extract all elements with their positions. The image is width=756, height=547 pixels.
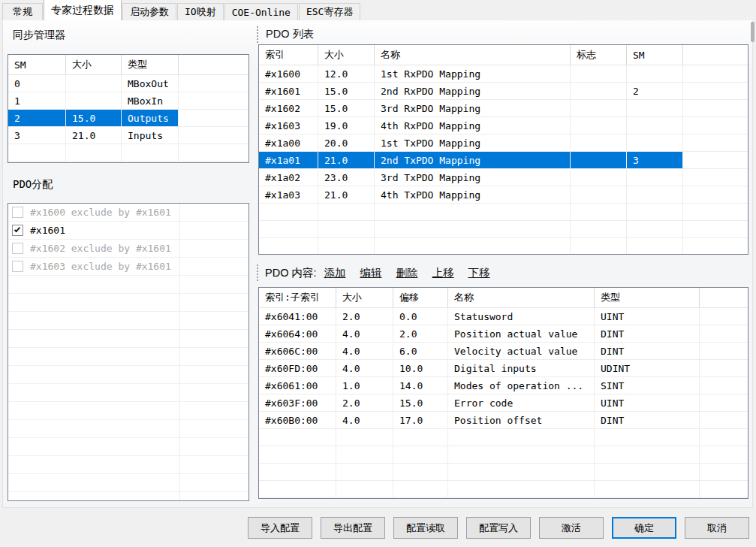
empty-row	[8, 330, 248, 348]
cell	[66, 75, 122, 92]
delete-link[interactable]: 删除	[396, 266, 417, 280]
column-header[interactable]: 类型	[595, 288, 700, 308]
column-header[interactable]: 索引	[259, 45, 318, 65]
cell	[259, 481, 336, 498]
table-row[interactable]: #x1a0121.02nd TxPDO Mapping3	[259, 152, 748, 169]
cell	[393, 464, 448, 481]
column-header[interactable]: 类型	[122, 55, 179, 75]
table-row[interactable]: #x603F:002.015.0Error codeUINT	[259, 394, 748, 412]
column-header[interactable]: 名称	[375, 45, 571, 65]
table-row[interactable]: #x6061:001.014.0Modes of operation ...SI…	[259, 377, 748, 394]
column-header[interactable]	[683, 45, 748, 65]
cell	[336, 498, 393, 499]
cell	[259, 464, 336, 481]
table-row[interactable]: #x160012.01st RxPDO Mapping	[259, 65, 748, 83]
column-header[interactable]	[700, 288, 748, 308]
cell	[393, 429, 448, 446]
table-row[interactable]: #x6064:004.02.0Position actual valueDINT	[259, 325, 748, 343]
pdo-content-title: PDO 内容:	[265, 266, 316, 280]
tab-general[interactable]: 常规	[2, 3, 43, 20]
splitter-handle-icon[interactable]	[257, 264, 259, 281]
table-header-row: 索引大小名称标志SM	[259, 45, 748, 65]
column-header[interactable]: 大小	[318, 45, 375, 65]
column-header[interactable]	[179, 55, 248, 75]
column-header[interactable]: 大小	[66, 55, 122, 75]
table-row[interactable]: 0MBoxOut	[8, 75, 248, 92]
column-header[interactable]: 偏移	[393, 288, 448, 308]
cell	[259, 446, 336, 464]
activate-button[interactable]: 激活	[539, 517, 604, 539]
tab-coe-online[interactable]: COE-Online	[224, 3, 298, 20]
cell	[393, 446, 448, 464]
column-header[interactable]: 标志	[571, 45, 627, 65]
empty-row	[8, 402, 248, 420]
cell: #x1602	[259, 100, 318, 117]
cell	[595, 498, 700, 499]
move-down-link[interactable]: 下移	[468, 266, 489, 280]
column-header[interactable]: 大小	[336, 288, 393, 308]
cell	[700, 464, 748, 481]
pdo-assign-item[interactable]: #x1603 exclude by #x1601	[8, 258, 248, 276]
table-row[interactable]: 215.0Outputs	[8, 110, 248, 127]
pdo-assign-item[interactable]: #x1601	[8, 222, 248, 240]
cell: #x1603	[259, 117, 318, 134]
check-icon	[14, 226, 20, 233]
cell: #x1601	[259, 83, 318, 100]
cell	[627, 134, 683, 152]
column-header[interactable]: SM	[8, 55, 66, 75]
import-config-button[interactable]: 导入配置	[248, 517, 312, 539]
sync-manager-title: 同步管理器	[13, 29, 65, 42]
ok-button[interactable]: 确定	[612, 517, 676, 539]
table-row[interactable]: #x60B0:004.017.0Position offsetDINT	[259, 412, 748, 429]
cell	[683, 169, 748, 186]
cell	[179, 92, 248, 110]
empty-row	[8, 438, 248, 456]
table-row[interactable]: #x1a0020.01st TxPDO Mapping	[259, 134, 748, 152]
cell: #x603F:00	[259, 394, 336, 412]
edit-link[interactable]: 编辑	[360, 266, 381, 280]
add-link[interactable]: 添加	[324, 266, 345, 280]
table-row[interactable]: #x6041:002.00.0StatuswordUINT	[259, 308, 748, 325]
tab-expert-process-data[interactable]: 专家过程数据	[44, 0, 122, 20]
tab-io-mapping[interactable]: IO映射	[177, 3, 224, 20]
pdo-assign-item[interactable]: #x1600 exclude by #x1601	[8, 204, 248, 222]
cell	[259, 238, 318, 255]
column-header[interactable]: SM	[627, 45, 683, 65]
column-header[interactable]: 名称	[448, 288, 595, 308]
cell: 15.0	[393, 394, 448, 412]
table-row[interactable]: #x1a0321.04th TxPDO Mapping	[259, 186, 748, 204]
config-write-button[interactable]: 配置写入	[466, 517, 531, 539]
cell: 14.0	[393, 377, 448, 394]
cell	[700, 360, 748, 377]
splitter-handle-icon[interactable]	[257, 26, 259, 43]
table-row[interactable]: #x1a0223.03rd TxPDO Mapping	[259, 169, 748, 186]
tab-startup-parameters[interactable]: 启动参数	[122, 3, 176, 20]
table-row[interactable]: #x60FD:004.010.0Digital inputsUDINT	[259, 360, 748, 377]
column-divider	[179, 204, 180, 500]
export-config-button[interactable]: 导出配置	[321, 517, 385, 539]
config-read-button[interactable]: 配置读取	[393, 517, 458, 539]
table-row[interactable]: #x160115.02nd RxPDO Mapping2	[259, 83, 748, 100]
table-row[interactable]: 1MBoxIn	[8, 92, 248, 110]
move-up-link[interactable]: 上移	[432, 266, 453, 280]
tab-esc-register[interactable]: ESC寄存器	[299, 3, 360, 20]
cell: 3rd TxPDO Mapping	[375, 169, 571, 186]
table-row[interactable]: #x160319.04th RxPDO Mapping	[259, 117, 748, 134]
cell: #x60FD:00	[259, 360, 336, 377]
pdo-assign-item[interactable]: #x1602 exclude by #x1601	[8, 240, 248, 258]
cell	[375, 204, 571, 221]
column-header[interactable]: 索引:子索引	[259, 288, 336, 308]
cell	[66, 162, 122, 163]
table-row[interactable]: #x606C:004.06.0Velocity actual valueDINT	[259, 343, 748, 360]
vertical-scrollbar-thumb[interactable]	[751, 22, 754, 42]
cell	[571, 100, 627, 117]
table-row[interactable]: #x160215.03rd RxPDO Mapping	[259, 100, 748, 117]
checkbox[interactable]	[12, 225, 23, 236]
table-row[interactable]: 321.0Inputs	[8, 127, 248, 144]
cell	[683, 65, 748, 83]
cell	[700, 325, 748, 343]
cancel-button[interactable]: 取消	[685, 517, 749, 539]
table-header-row: SM大小类型	[8, 55, 248, 75]
cell: 10.0	[393, 360, 448, 377]
cell	[66, 144, 122, 162]
